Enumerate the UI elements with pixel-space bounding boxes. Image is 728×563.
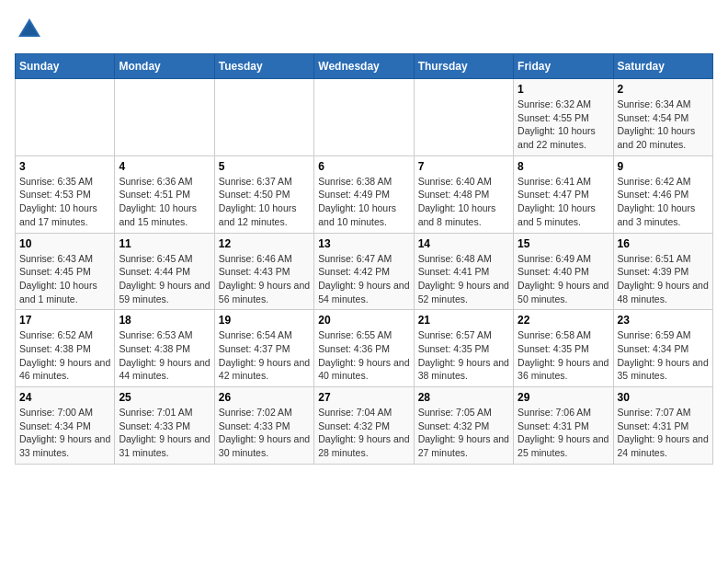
day-number: 7 (418, 160, 509, 173)
day-number: 13 (318, 237, 409, 250)
day-number: 6 (318, 160, 409, 173)
weekday-header-sunday: Sunday (16, 54, 115, 79)
day-info: Sunrise: 6:58 AM Sunset: 4:35 PM Dayligh… (518, 328, 609, 383)
day-number: 11 (119, 237, 210, 250)
day-number: 8 (518, 160, 609, 173)
day-info: Sunrise: 6:49 AM Sunset: 4:40 PM Dayligh… (518, 252, 609, 306)
day-info: Sunrise: 6:40 AM Sunset: 4:48 PM Dayligh… (418, 175, 509, 229)
weekday-header-row: SundayMondayTuesdayWednesdayThursdayFrid… (16, 54, 713, 79)
week-row-3: 10Sunrise: 6:43 AM Sunset: 4:45 PM Dayli… (16, 233, 713, 310)
day-cell: 6Sunrise: 6:38 AM Sunset: 4:49 PM Daylig… (314, 155, 414, 233)
day-info: Sunrise: 7:01 AM Sunset: 4:33 PM Dayligh… (119, 406, 210, 460)
day-number: 16 (618, 237, 709, 250)
day-number: 4 (119, 160, 210, 173)
day-cell: 13Sunrise: 6:47 AM Sunset: 4:42 PM Dayli… (314, 233, 414, 310)
weekday-header-saturday: Saturday (613, 54, 712, 79)
day-number: 17 (19, 314, 110, 327)
day-cell: 20Sunrise: 6:55 AM Sunset: 4:36 PM Dayli… (314, 310, 414, 387)
day-number: 23 (618, 314, 709, 327)
day-number: 2 (618, 83, 709, 96)
day-cell (414, 79, 513, 156)
day-cell (115, 79, 214, 156)
day-info: Sunrise: 6:59 AM Sunset: 4:34 PM Dayligh… (618, 328, 709, 383)
day-info: Sunrise: 6:35 AM Sunset: 4:53 PM Dayligh… (19, 175, 110, 229)
day-number: 10 (19, 237, 110, 250)
day-cell: 1Sunrise: 6:32 AM Sunset: 4:55 PM Daylig… (514, 79, 613, 156)
day-info: Sunrise: 6:32 AM Sunset: 4:55 PM Dayligh… (518, 98, 609, 152)
weekday-header-thursday: Thursday (414, 54, 513, 79)
day-number: 20 (318, 314, 409, 327)
day-info: Sunrise: 6:36 AM Sunset: 4:51 PM Dayligh… (119, 175, 210, 229)
day-cell: 11Sunrise: 6:45 AM Sunset: 4:44 PM Dayli… (115, 233, 214, 310)
weekday-header-friday: Friday (514, 54, 613, 79)
day-info: Sunrise: 6:45 AM Sunset: 4:44 PM Dayligh… (119, 252, 210, 306)
weekday-header-tuesday: Tuesday (214, 54, 313, 79)
calendar-header: SundayMondayTuesdayWednesdayThursdayFrid… (16, 54, 713, 79)
day-cell: 24Sunrise: 7:00 AM Sunset: 4:34 PM Dayli… (16, 387, 115, 465)
day-number: 5 (219, 160, 310, 173)
day-number: 30 (618, 391, 709, 404)
day-info: Sunrise: 6:53 AM Sunset: 4:38 PM Dayligh… (119, 328, 210, 383)
day-number: 1 (518, 83, 609, 96)
day-cell (16, 79, 115, 156)
weekday-header-monday: Monday (115, 54, 214, 79)
day-cell: 18Sunrise: 6:53 AM Sunset: 4:38 PM Dayli… (115, 310, 214, 387)
day-cell: 14Sunrise: 6:48 AM Sunset: 4:41 PM Dayli… (414, 233, 513, 310)
day-cell: 19Sunrise: 6:54 AM Sunset: 4:37 PM Dayli… (214, 310, 313, 387)
day-info: Sunrise: 6:46 AM Sunset: 4:43 PM Dayligh… (219, 252, 310, 306)
day-cell: 4Sunrise: 6:36 AM Sunset: 4:51 PM Daylig… (115, 155, 214, 233)
day-number: 24 (19, 391, 110, 404)
day-cell: 27Sunrise: 7:04 AM Sunset: 4:32 PM Dayli… (314, 387, 414, 465)
day-number: 3 (19, 160, 110, 173)
day-info: Sunrise: 6:41 AM Sunset: 4:47 PM Dayligh… (518, 175, 609, 229)
day-cell: 22Sunrise: 6:58 AM Sunset: 4:35 PM Dayli… (514, 310, 613, 387)
day-number: 22 (518, 314, 609, 327)
day-number: 9 (618, 160, 709, 173)
day-number: 26 (219, 391, 310, 404)
day-info: Sunrise: 7:07 AM Sunset: 4:31 PM Dayligh… (618, 406, 709, 460)
day-cell: 15Sunrise: 6:49 AM Sunset: 4:40 PM Dayli… (514, 233, 613, 310)
logo-icon (15, 15, 44, 44)
day-number: 27 (318, 391, 409, 404)
day-cell (314, 79, 414, 156)
day-number: 18 (119, 314, 210, 327)
day-cell: 7Sunrise: 6:40 AM Sunset: 4:48 PM Daylig… (414, 155, 513, 233)
day-cell: 10Sunrise: 6:43 AM Sunset: 4:45 PM Dayli… (16, 233, 115, 310)
day-info: Sunrise: 7:02 AM Sunset: 4:33 PM Dayligh… (219, 406, 310, 460)
calendar-body: 1Sunrise: 6:32 AM Sunset: 4:55 PM Daylig… (16, 79, 713, 465)
day-info: Sunrise: 7:00 AM Sunset: 4:34 PM Dayligh… (19, 406, 110, 460)
week-row-4: 17Sunrise: 6:52 AM Sunset: 4:38 PM Dayli… (16, 310, 713, 387)
day-cell: 5Sunrise: 6:37 AM Sunset: 4:50 PM Daylig… (214, 155, 313, 233)
day-info: Sunrise: 7:06 AM Sunset: 4:31 PM Dayligh… (518, 406, 609, 460)
week-row-1: 1Sunrise: 6:32 AM Sunset: 4:55 PM Daylig… (16, 79, 713, 156)
day-cell: 9Sunrise: 6:42 AM Sunset: 4:46 PM Daylig… (613, 155, 712, 233)
day-cell: 30Sunrise: 7:07 AM Sunset: 4:31 PM Dayli… (613, 387, 712, 465)
page-header (15, 15, 713, 44)
day-cell: 16Sunrise: 6:51 AM Sunset: 4:39 PM Dayli… (613, 233, 712, 310)
day-info: Sunrise: 6:38 AM Sunset: 4:49 PM Dayligh… (318, 175, 409, 229)
day-number: 28 (418, 391, 509, 404)
day-cell: 2Sunrise: 6:34 AM Sunset: 4:54 PM Daylig… (613, 79, 712, 156)
day-cell: 23Sunrise: 6:59 AM Sunset: 4:34 PM Dayli… (613, 310, 712, 387)
day-info: Sunrise: 6:48 AM Sunset: 4:41 PM Dayligh… (418, 252, 509, 306)
day-info: Sunrise: 6:42 AM Sunset: 4:46 PM Dayligh… (618, 175, 709, 229)
day-cell: 28Sunrise: 7:05 AM Sunset: 4:32 PM Dayli… (414, 387, 513, 465)
day-cell: 29Sunrise: 7:06 AM Sunset: 4:31 PM Dayli… (514, 387, 613, 465)
day-cell: 26Sunrise: 7:02 AM Sunset: 4:33 PM Dayli… (214, 387, 313, 465)
day-cell: 21Sunrise: 6:57 AM Sunset: 4:35 PM Dayli… (414, 310, 513, 387)
day-info: Sunrise: 6:55 AM Sunset: 4:36 PM Dayligh… (318, 328, 409, 383)
day-number: 15 (518, 237, 609, 250)
day-cell: 25Sunrise: 7:01 AM Sunset: 4:33 PM Dayli… (115, 387, 214, 465)
day-info: Sunrise: 6:47 AM Sunset: 4:42 PM Dayligh… (318, 252, 409, 306)
day-cell: 3Sunrise: 6:35 AM Sunset: 4:53 PM Daylig… (16, 155, 115, 233)
day-info: Sunrise: 6:57 AM Sunset: 4:35 PM Dayligh… (418, 328, 509, 383)
logo (15, 15, 48, 44)
day-number: 29 (518, 391, 609, 404)
day-info: Sunrise: 7:04 AM Sunset: 4:32 PM Dayligh… (318, 406, 409, 460)
day-info: Sunrise: 6:54 AM Sunset: 4:37 PM Dayligh… (219, 328, 310, 383)
day-info: Sunrise: 7:05 AM Sunset: 4:32 PM Dayligh… (418, 406, 509, 460)
weekday-header-wednesday: Wednesday (314, 54, 414, 79)
week-row-5: 24Sunrise: 7:00 AM Sunset: 4:34 PM Dayli… (16, 387, 713, 465)
day-cell (214, 79, 313, 156)
day-cell: 17Sunrise: 6:52 AM Sunset: 4:38 PM Dayli… (16, 310, 115, 387)
